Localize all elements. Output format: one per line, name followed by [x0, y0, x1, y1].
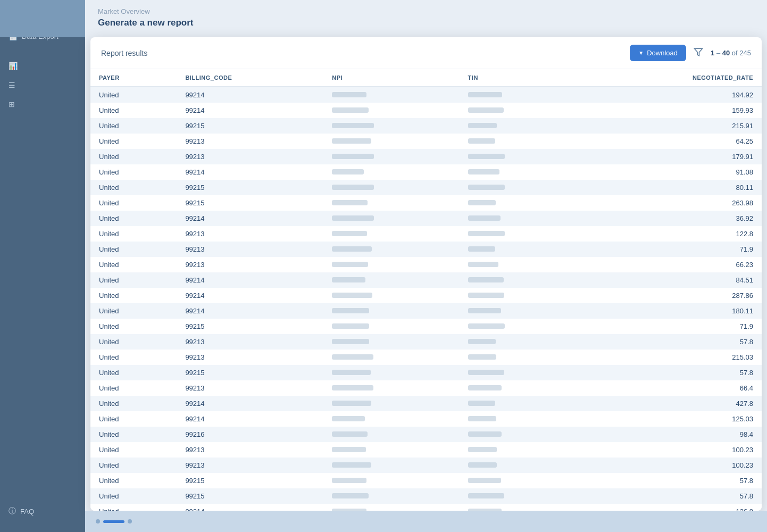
cell-rate: 57.8	[583, 365, 762, 380]
cell-rate: 57.8	[583, 334, 762, 350]
sidebar-item-charts[interactable]: 📊	[0, 56, 85, 76]
table-row: United 99213 100.23	[90, 442, 762, 458]
cell-rate: 179.91	[583, 149, 762, 164]
cell-rate: 64.25	[583, 134, 762, 149]
cell-payer: United	[90, 365, 177, 380]
table-row: United 99215 71.9	[90, 319, 762, 334]
cell-npi	[323, 149, 459, 164]
cell-payer: United	[90, 350, 177, 365]
cell-payer: United	[90, 504, 177, 511]
table-container[interactable]: PAYER BILLING_CODE NPI TIN NEGOTIATED_RA…	[90, 69, 762, 511]
cell-payer: United	[90, 134, 177, 149]
download-chevron-icon: ▼	[638, 50, 644, 56]
cell-tin	[460, 87, 583, 103]
cell-payer: United	[90, 473, 177, 488]
cell-npi	[323, 226, 459, 242]
cell-rate: 215.03	[583, 350, 762, 365]
svg-marker-1	[695, 48, 703, 56]
page-header: Market Overview Generate a new report	[85, 0, 767, 34]
cell-billing-code: 99213	[177, 350, 323, 365]
info-icon: ⓘ	[9, 506, 16, 516]
cell-tin	[460, 442, 583, 458]
filter-icon[interactable]	[691, 45, 705, 61]
cell-npi	[323, 380, 459, 396]
table-row: United 99213 71.9	[90, 242, 762, 257]
cell-payer: United	[90, 87, 177, 103]
table-row: United 99213 66.23	[90, 257, 762, 272]
cell-rate: 71.9	[583, 319, 762, 334]
table-row: United 99214 180.11	[90, 303, 762, 319]
cell-tin	[460, 226, 583, 242]
cell-rate: 287.86	[583, 288, 762, 303]
cell-payer: United	[90, 303, 177, 319]
cell-rate: 263.98	[583, 195, 762, 211]
cell-rate: 98.4	[583, 427, 762, 442]
cell-tin	[460, 288, 583, 303]
cell-rate: 57.8	[583, 488, 762, 504]
page-dot-active	[103, 520, 124, 523]
cell-payer: United	[90, 427, 177, 442]
cell-tin	[460, 319, 583, 334]
cell-tin	[460, 211, 583, 226]
cell-rate: 66.4	[583, 380, 762, 396]
sidebar-item-list[interactable]: ☰	[0, 76, 85, 95]
table-row: United 99214 427.8	[90, 396, 762, 411]
table-row: United 99214 287.86	[90, 288, 762, 303]
cell-tin	[460, 488, 583, 504]
cell-payer: United	[90, 103, 177, 118]
cell-npi	[323, 118, 459, 134]
cell-tin	[460, 473, 583, 488]
report-results-label: Report results	[101, 49, 147, 57]
cell-npi	[323, 442, 459, 458]
cell-billing-code: 99215	[177, 180, 323, 195]
cell-payer: United	[90, 288, 177, 303]
cell-payer: United	[90, 149, 177, 164]
col-payer: PAYER	[90, 69, 177, 87]
cell-billing-code: 99214	[177, 87, 323, 103]
table-header-row: PAYER BILLING_CODE NPI TIN NEGOTIATED_RA…	[90, 69, 762, 87]
cell-payer: United	[90, 319, 177, 334]
table-row: United 99213 100.23	[90, 458, 762, 473]
cell-npi	[323, 103, 459, 118]
cell-tin	[460, 303, 583, 319]
cell-npi	[323, 396, 459, 411]
cell-rate: 84.51	[583, 272, 762, 288]
table-row: United 99214 91.08	[90, 164, 762, 180]
cell-tin	[460, 334, 583, 350]
col-tin: TIN	[460, 69, 583, 87]
cell-payer: United	[90, 396, 177, 411]
pagination-sep: –	[714, 49, 722, 57]
cell-npi	[323, 488, 459, 504]
cell-npi	[323, 134, 459, 149]
table-row: United 99215 57.8	[90, 473, 762, 488]
header-actions: ▼ Download 1 – 40 of 245	[630, 45, 751, 61]
cell-billing-code: 99214	[177, 103, 323, 118]
cell-rate: 215.91	[583, 118, 762, 134]
sidebar-item-faq[interactable]: ⓘ FAQ	[0, 501, 85, 521]
cell-billing-code: 99215	[177, 488, 323, 504]
cell-tin	[460, 180, 583, 195]
cell-npi	[323, 319, 459, 334]
cell-billing-code: 99214	[177, 303, 323, 319]
pagination-of: of	[730, 49, 739, 57]
cell-billing-code: 99214	[177, 164, 323, 180]
page-dot	[96, 519, 100, 523]
cell-billing-code: 99215	[177, 319, 323, 334]
table-row: United 99215 215.91	[90, 118, 762, 134]
cell-npi	[323, 334, 459, 350]
table-row: United 99215 80.11	[90, 180, 762, 195]
cell-billing-code: 99213	[177, 149, 323, 164]
data-table: PAYER BILLING_CODE NPI TIN NEGOTIATED_RA…	[90, 69, 762, 511]
download-button[interactable]: ▼ Download	[630, 45, 686, 61]
page-dot	[128, 519, 132, 523]
grid-icon: ⊞	[9, 100, 15, 109]
cell-npi	[323, 87, 459, 103]
table-row: United 99215 57.8	[90, 365, 762, 380]
cell-payer: United	[90, 458, 177, 473]
cell-rate: 80.11	[583, 180, 762, 195]
cell-rate: 194.92	[583, 87, 762, 103]
cell-npi	[323, 195, 459, 211]
cell-npi	[323, 164, 459, 180]
pagination-end: 40	[722, 49, 730, 57]
sidebar-item-grid[interactable]: ⊞	[0, 95, 85, 114]
